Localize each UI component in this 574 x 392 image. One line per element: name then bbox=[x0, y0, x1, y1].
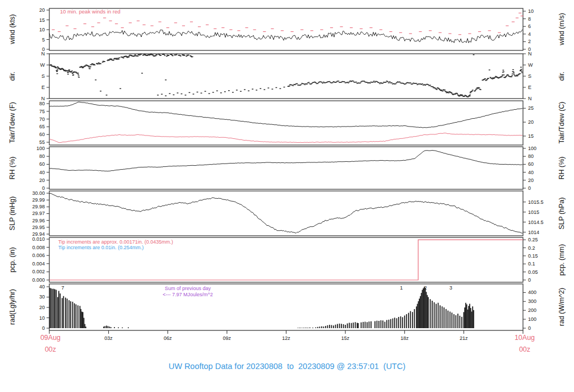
y-tick-label: 100 bbox=[528, 316, 536, 322]
y-tick-label: 0.05 bbox=[528, 269, 538, 275]
y-tick-label: 30.00 bbox=[32, 190, 45, 196]
axis-title-slp-left: SLP (inHg) bbox=[8, 197, 16, 231]
x-axis-end-label: 10Aug 00z bbox=[504, 332, 545, 356]
y-tick-label: 0.2 bbox=[528, 245, 535, 251]
pcp-tip-note-actual: Tip increments are approx. 0.00171in. (0… bbox=[58, 239, 173, 245]
y-tick-label: 300 bbox=[528, 298, 536, 304]
y-tick-label: 8 bbox=[528, 16, 531, 22]
y-tick-label: 0.25 bbox=[528, 237, 538, 242]
x-tick-label: 18z bbox=[400, 335, 409, 341]
y-tick-label: 65 bbox=[39, 124, 45, 129]
y-tick-label: E bbox=[528, 85, 531, 90]
end-date: 10Aug bbox=[504, 332, 545, 344]
axis-title-dir-left: dir. bbox=[8, 72, 16, 81]
rad-interval-sum-label: 2 bbox=[424, 285, 427, 291]
x-tick-label: 15z bbox=[341, 335, 350, 341]
y-tick-label: 5 bbox=[42, 37, 45, 43]
y-tick-label: S bbox=[41, 73, 45, 79]
y-tick-label: 4 bbox=[528, 31, 531, 37]
pcp-tip-note-gauge: Tip increments are 0.01in. (0.254mm.) bbox=[58, 245, 144, 250]
panel-slp: 30.0029.9929.9829.9729.9629.9529.941015.… bbox=[32, 190, 543, 237]
y-tick-label: N bbox=[528, 96, 532, 101]
x-tick-label: 03z bbox=[104, 335, 113, 341]
y-tick-label: 0 bbox=[42, 325, 45, 331]
y-tick-label: 29.97 bbox=[32, 211, 45, 216]
y-tick-label: 1015 bbox=[528, 209, 539, 215]
axis-title-rh-right: RH (%) bbox=[558, 157, 566, 180]
y-tick-label: 70 bbox=[39, 116, 45, 122]
panel-tair_tdew: 807570656055252015 bbox=[39, 101, 534, 145]
y-tick-label: 200 bbox=[528, 307, 536, 313]
y-tick-label: 0.15 bbox=[528, 253, 538, 259]
y-tick-label: 0 bbox=[528, 325, 531, 331]
y-tick-label: 40 bbox=[528, 170, 534, 175]
y-tick-label: 10 bbox=[39, 315, 45, 321]
y-tick-label: 20 bbox=[39, 305, 45, 310]
y-tick-label: 29.98 bbox=[32, 204, 45, 209]
x-tick-label: 06z bbox=[164, 335, 172, 341]
y-tick-label: 0.006 bbox=[32, 253, 45, 258]
y-tick-label: N bbox=[528, 51, 532, 57]
axis-title-pcp-right: pcp. (mm) bbox=[558, 244, 566, 276]
y-tick-label: 20 bbox=[528, 119, 534, 125]
peak-winds-note: 10 min. peak winds in red bbox=[60, 8, 121, 15]
y-tick-label: 0.000 bbox=[32, 277, 45, 283]
y-tick-label: 20 bbox=[528, 178, 534, 183]
y-tick-label: 80 bbox=[528, 153, 534, 159]
y-tick-label: 60 bbox=[528, 161, 534, 167]
y-tick-label: 1014 bbox=[528, 230, 539, 235]
axis-title-temp-left: Tair/Tdew (F) bbox=[8, 102, 16, 143]
x-tick-label: 21z bbox=[460, 335, 468, 341]
y-tick-label: E bbox=[41, 85, 45, 90]
x-axis: 03z06z09z12z15z18z21z bbox=[49, 330, 523, 341]
plot-canvas: 201510501086420NWSENNWSEN807570656055252… bbox=[0, 0, 574, 392]
y-tick-label: 75 bbox=[39, 109, 45, 114]
start-hour: 00z bbox=[30, 344, 71, 356]
y-tick-label: 40 bbox=[39, 284, 45, 290]
axis-title-wind-left: wind (kts) bbox=[8, 14, 16, 44]
rad-interval-sum-label: 1 bbox=[400, 285, 403, 291]
axis-title-dir-right: dir. bbox=[558, 72, 566, 81]
y-tick-label: 80 bbox=[39, 101, 45, 106]
y-tick-label: 100 bbox=[36, 146, 45, 151]
y-tick-label: 40 bbox=[39, 170, 45, 175]
end-hour: 00z bbox=[504, 344, 545, 356]
y-tick-label: 15 bbox=[39, 17, 45, 23]
y-tick-label: W bbox=[40, 62, 45, 68]
y-tick-label: W bbox=[528, 62, 533, 68]
axis-title-pcp-left: pcp. (in) bbox=[8, 247, 16, 272]
y-tick-label: 400 bbox=[528, 290, 536, 295]
x-tick-label: 09z bbox=[223, 335, 232, 341]
axis-title-rad-right: rad (W/m^2) bbox=[558, 288, 566, 326]
axis-title-temp-right: Tair/Tdew (C) bbox=[558, 101, 566, 143]
y-tick-label: N bbox=[41, 51, 45, 57]
x-tick-label: 12z bbox=[282, 335, 290, 341]
axis-title-wind-right: wind (m/s) bbox=[558, 13, 566, 45]
y-tick-label: 100 bbox=[528, 146, 536, 151]
y-tick-label: 0 bbox=[528, 185, 531, 191]
y-tick-label: 60 bbox=[39, 132, 45, 137]
axis-title-rh-left: RH (%) bbox=[8, 157, 16, 180]
y-tick-label: 55 bbox=[39, 139, 45, 145]
x-axis-start-label: 09Aug 00z bbox=[30, 332, 71, 356]
y-tick-label: 0.004 bbox=[32, 261, 45, 267]
y-tick-label: 20 bbox=[39, 7, 45, 13]
y-tick-label: 1014.5 bbox=[528, 220, 544, 225]
weather-strip-chart: 201510501086420NWSENNWSEN807570656055252… bbox=[0, 0, 574, 392]
panel-rh: 100806040200100806040200 bbox=[36, 146, 536, 191]
y-tick-label: 30 bbox=[39, 294, 45, 300]
y-tick-label: 29.96 bbox=[32, 218, 45, 223]
figure-title: UW Rooftop Data for 20230808 to 20230809… bbox=[0, 362, 574, 371]
y-tick-label: 10 bbox=[39, 27, 45, 32]
y-tick-label: 60 bbox=[39, 161, 45, 167]
y-tick-label: 29.95 bbox=[32, 225, 45, 230]
rad-sum-note-line1: Sum of previous day bbox=[132, 286, 244, 291]
y-tick-label: 0.008 bbox=[32, 245, 45, 250]
y-tick-label: 1015.5 bbox=[528, 199, 544, 205]
y-tick-label: S bbox=[528, 73, 531, 79]
panel-rad: 40302010040030020010007123 bbox=[39, 284, 536, 331]
y-tick-label: 6 bbox=[528, 24, 531, 29]
axis-title-rad-left: rad(Lgly/hr) bbox=[8, 289, 16, 325]
rad-interval-sum-label: 7 bbox=[61, 285, 64, 291]
y-tick-label: 0.1 bbox=[528, 261, 535, 267]
